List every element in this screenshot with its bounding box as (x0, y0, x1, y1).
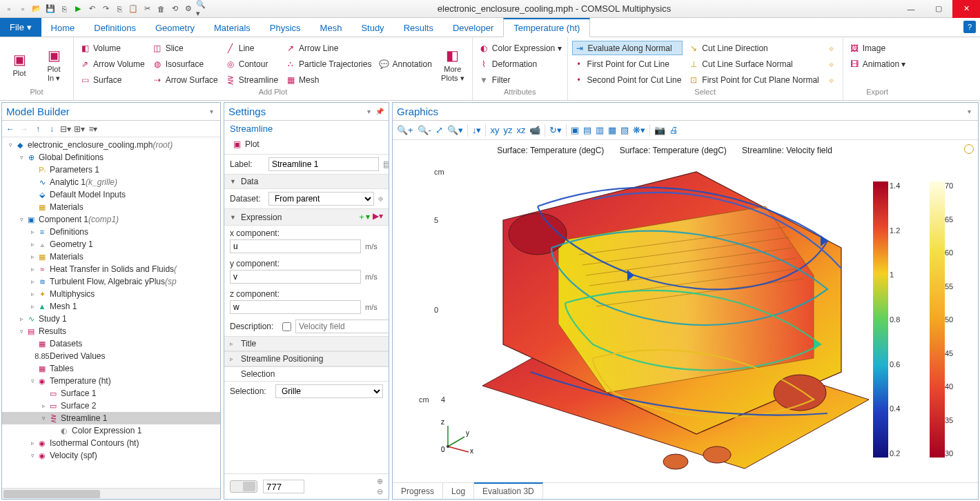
title-section-header[interactable]: ▹Title (224, 336, 389, 351)
list-add-icon[interactable]: ⊕ (377, 477, 383, 486)
tab-physics[interactable]: Physics (260, 18, 311, 37)
reset-icon[interactable]: ↻▾ (549, 125, 562, 135)
tree-item[interactable]: 8.85Derived Values (2, 350, 220, 362)
y-component-input[interactable] (230, 270, 361, 284)
tree-item[interactable]: ▦Materials (2, 201, 220, 213)
label-input[interactable] (268, 157, 379, 171)
description-checkbox[interactable] (282, 322, 291, 331)
particle-trajectories-button[interactable]: ∴Particle Trajectories (284, 57, 373, 71)
tree-item[interactable]: ▹≈Heat Transfer in Solids and Fluids ( (2, 263, 220, 275)
tab-geometry[interactable]: Geometry (146, 18, 204, 37)
label-edit-icon[interactable]: ▤ (383, 159, 389, 169)
arrow-surface-button[interactable]: ⇢Arrow Surface (150, 72, 219, 87)
minimize-button[interactable]: — (897, 0, 925, 18)
plot-button[interactable]: ▣Plot (4, 40, 35, 88)
positioning-section-header[interactable]: ▹Streamline Positioning (224, 351, 389, 366)
expand-toggle-icon[interactable]: ▿ (17, 328, 26, 335)
cut-plane-normal-button[interactable]: ⊡First Point for Cut Plane Normal (687, 72, 820, 87)
expand-toggle-icon[interactable]: ▿ (28, 377, 37, 384)
cut-icon[interactable]: ✂ (141, 3, 153, 15)
expand-toggle-icon[interactable]: ▹ (28, 440, 37, 446)
expand-toggle-icon[interactable]: ▹ (28, 228, 37, 235)
first-point-cut-line-button[interactable]: •First Point for Cut Line (572, 57, 683, 71)
dataset-select[interactable]: From parent (268, 192, 374, 206)
xy-view-icon[interactable]: xy (490, 125, 499, 135)
copy-icon[interactable]: ⎘ (113, 3, 126, 15)
expand-toggle-icon[interactable]: ▹ (28, 291, 37, 297)
zoom-box-icon[interactable]: 🔍▾ (447, 125, 463, 135)
line-button[interactable]: ╱Line (224, 41, 280, 55)
select-mode-icon[interactable]: ▣ (571, 125, 579, 135)
help-button[interactable]: ? (963, 21, 976, 33)
new-icon[interactable]: ▫ (3, 3, 15, 15)
select-domain-icon[interactable]: ▤ (583, 125, 591, 135)
expand-toggle-icon[interactable]: ▹ (28, 278, 37, 285)
tab-home[interactable]: Home (41, 18, 85, 37)
up-icon[interactable]: ↑ (32, 124, 43, 135)
tree-item[interactable]: ▹≡Definitions (2, 226, 220, 238)
paste-icon[interactable]: 📋 (127, 3, 139, 15)
tree-item[interactable]: ▹◉Isothermal Contours (ht) (2, 437, 220, 449)
more-plots-button[interactable]: ◧More Plots ▾ (438, 40, 468, 88)
select-point-icon[interactable]: ▧ (620, 125, 629, 135)
camera-icon[interactable]: 📹 (529, 125, 540, 135)
cut-line-direction-button[interactable]: ↘Cut Line Direction (687, 41, 820, 55)
tree-item[interactable]: ▦Datasets (2, 337, 220, 350)
plot-action-button[interactable]: ▣Plot (230, 137, 261, 151)
tree-item[interactable]: ▿◆electronic_enclosure_cooling.mph (root… (2, 139, 220, 151)
snapshot-icon[interactable]: 📷 (654, 125, 665, 135)
count-input[interactable] (263, 480, 304, 493)
expand-toggle-icon[interactable]: ▹ (28, 253, 37, 260)
xz-view-icon[interactable]: xz (516, 125, 525, 135)
image-export-button[interactable]: 🖼Image (847, 41, 908, 55)
animation-button[interactable]: 🎞Animation ▾ (847, 57, 908, 71)
pin2-icon[interactable]: 📌 (375, 107, 384, 117)
tree-item[interactable]: ▹✦Multiphysics (2, 288, 220, 300)
tab-developer[interactable]: Developer (443, 18, 503, 37)
tree-item[interactable]: ▿⋛Streamline 1 (2, 412, 220, 424)
select-extra3[interactable]: ⟐ (825, 72, 839, 87)
tree-item[interactable]: ▭Surface 1 (2, 387, 220, 400)
tree-item[interactable]: ▿◉Temperature (ht) (2, 375, 220, 387)
back-icon[interactable]: ← (5, 124, 16, 135)
show-icon[interactable]: ≡▾ (88, 124, 99, 135)
select-edge-icon[interactable]: ▦ (608, 125, 616, 135)
select-extra1[interactable]: ⟐ (825, 41, 839, 55)
mesh-plot-button[interactable]: ▦Mesh (284, 72, 373, 87)
down-icon[interactable]: ↓ (46, 124, 57, 135)
tab-evaluation-3d[interactable]: Evaluation 3D (474, 482, 543, 499)
tree-item[interactable]: PᵢParameters 1 (2, 164, 220, 176)
description-input[interactable] (295, 320, 389, 333)
tree-item[interactable]: ▹▭Surface 2 (2, 400, 220, 412)
tree-item[interactable]: ▿◉Velocity (spf) (2, 449, 220, 462)
tree-item[interactable]: ▹⟁Geometry 1 (2, 238, 220, 250)
isosurface-button[interactable]: ◍Isosurface (150, 57, 219, 71)
streamline-button[interactable]: ⋛Streamline (224, 72, 280, 87)
surface-button[interactable]: ▭Surface (78, 72, 146, 87)
graphics-indicator-icon[interactable] (964, 144, 974, 154)
volume-button[interactable]: ◧Volume (78, 41, 146, 55)
expand-icon[interactable]: ⊞▾ (74, 124, 85, 135)
expand-toggle-icon[interactable]: ▿ (17, 154, 26, 161)
expand-toggle-icon[interactable]: ▿ (6, 141, 14, 148)
expand-toggle-icon[interactable]: ▹ (28, 303, 37, 310)
maximize-button[interactable]: ▢ (925, 0, 952, 18)
horizontal-scrollbar[interactable] (2, 488, 220, 499)
toggle-switch[interactable] (230, 480, 257, 493)
expand-toggle-icon[interactable]: ▿ (28, 452, 37, 459)
expand-toggle-icon[interactable]: ▹ (17, 315, 26, 322)
file-tab[interactable]: File ▾ (0, 18, 41, 37)
saveas-icon[interactable]: ⎘ (58, 3, 70, 15)
redo-icon[interactable]: ↷ (99, 3, 112, 15)
z-component-input[interactable] (230, 300, 361, 314)
tree-item[interactable]: ▹▲Mesh 1 (2, 300, 220, 313)
evaluate-along-normal-button[interactable]: ⇥Evaluate Along Normal (572, 41, 683, 55)
tab-temperature-ht[interactable]: Temperature (ht) (503, 18, 590, 37)
open-icon[interactable]: 📂 (30, 3, 43, 15)
refresh-icon[interactable]: ⟲ (168, 3, 181, 15)
tree-item[interactable]: ▹≋Turbulent Flow, Algebraic yPlus (sp (2, 275, 220, 288)
expand-toggle-icon[interactable]: ▹ (39, 402, 48, 409)
model-tree[interactable]: ▿◆electronic_enclosure_cooling.mph (root… (2, 137, 220, 488)
collapse-icon[interactable]: ⊟▾ (60, 124, 71, 135)
expand-toggle-icon[interactable]: ▹ (28, 266, 37, 273)
